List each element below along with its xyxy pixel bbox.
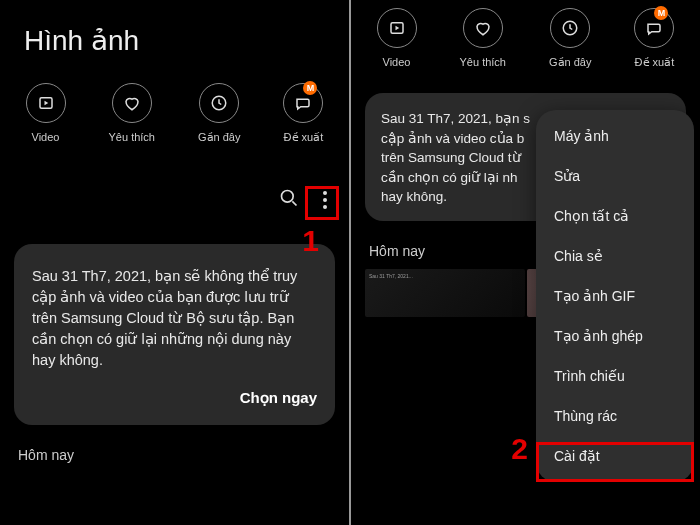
clock-icon (199, 83, 239, 123)
menu-settings[interactable]: Cài đặt (536, 436, 694, 476)
notice-card: Sau 31 Th7, 2021, bạn sẽ không thể truy … (14, 244, 335, 425)
menu-share[interactable]: Chia sẻ (536, 236, 694, 276)
menu-trash[interactable]: Thùng rác (536, 396, 694, 436)
menu-camera[interactable]: Máy ảnh (536, 116, 694, 156)
choose-now-button[interactable]: Chọn ngay (32, 389, 317, 407)
today-label: Hôm nay (0, 425, 349, 471)
quick-recent[interactable]: Gần đây (198, 83, 240, 144)
quick-video[interactable]: Video (26, 83, 66, 144)
step2-label: 2 (511, 432, 528, 466)
notice-text: Sau 31 Th7, 2021, bạn sẽ không thể truy … (32, 266, 317, 371)
heart-icon (463, 8, 503, 48)
video-icon (377, 8, 417, 48)
video-icon (26, 83, 66, 123)
quick-video[interactable]: Video (377, 8, 417, 69)
page-title: Hình ảnh (0, 0, 349, 65)
quick-favorite[interactable]: Yêu thích (109, 83, 155, 144)
thumbnail[interactable]: Sau 31 Th7, 2021... (365, 269, 525, 317)
search-icon[interactable] (275, 184, 303, 216)
svg-point-2 (282, 191, 294, 203)
menu-collage[interactable]: Tạo ảnh ghép (536, 316, 694, 356)
more-menu-button[interactable] (319, 187, 331, 213)
heart-icon (112, 83, 152, 123)
quick-access-row: Video Yêu thích Gần đây M Đề xuất (0, 65, 349, 154)
screen-right: Video Yêu thích Gần đây M Đề xuất Sau 31… (351, 0, 700, 525)
screen-left: Hình ảnh Video Yêu thích Gần đây M Đề xu… (0, 0, 349, 525)
quick-favorite[interactable]: Yêu thích (460, 8, 506, 69)
step1-label: 1 (302, 224, 319, 258)
menu-slideshow[interactable]: Trình chiếu (536, 356, 694, 396)
menu-gif[interactable]: Tạo ảnh GIF (536, 276, 694, 316)
quick-suggest[interactable]: M Đề xuất (283, 83, 323, 144)
menu-edit[interactable]: Sửa (536, 156, 694, 196)
menu-select-all[interactable]: Chọn tất cả (536, 196, 694, 236)
context-menu: Máy ảnh Sửa Chọn tất cả Chia sẻ Tạo ảnh … (536, 110, 694, 482)
clock-icon (550, 8, 590, 48)
quick-access-row: Video Yêu thích Gần đây M Đề xuất (351, 0, 700, 79)
quick-recent[interactable]: Gần đây (549, 8, 591, 69)
action-row (0, 154, 349, 226)
quick-suggest[interactable]: M Đề xuất (634, 8, 674, 69)
